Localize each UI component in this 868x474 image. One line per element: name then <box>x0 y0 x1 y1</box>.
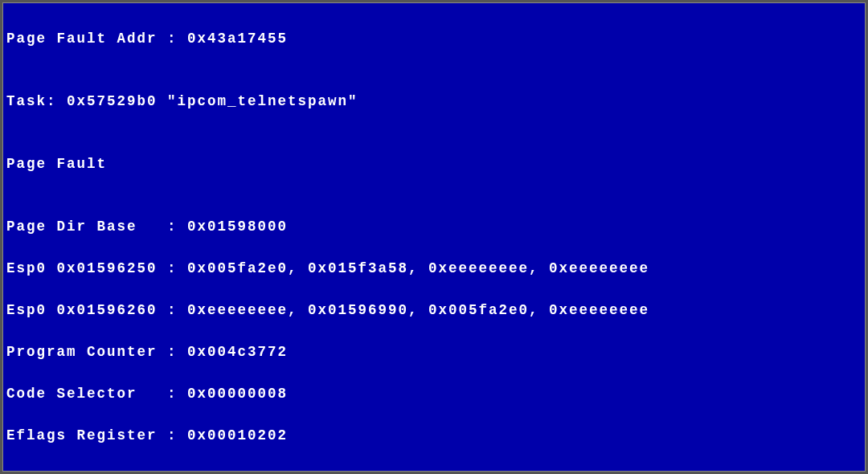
program-counter: Program Counter : 0x004c3772 <box>6 341 862 362</box>
task-line-1: Task: 0x57529b0 "ipcom_telnetspawn" <box>6 91 862 112</box>
code-selector: Code Selector : 0x00000008 <box>6 383 862 404</box>
page-fault-heading: Page Fault <box>6 153 862 174</box>
error-code: Error Code : 0x00000002 <box>6 467 862 472</box>
terminal-output: Page Fault Addr : 0x43a17455 Task: 0x575… <box>2 2 866 472</box>
page-dir-base: Page Dir Base : 0x01598000 <box>6 216 862 237</box>
page-fault-addr-top: Page Fault Addr : 0x43a17455 <box>6 28 862 49</box>
esp0-line-2: Esp0 0x01596260 : 0xeeeeeeee, 0x01596990… <box>6 300 862 321</box>
esp0-line-1: Esp0 0x01596250 : 0x005fa2e0, 0x015f3a58… <box>6 258 862 279</box>
eflags-register: Eflags Register : 0x00010202 <box>6 425 862 446</box>
